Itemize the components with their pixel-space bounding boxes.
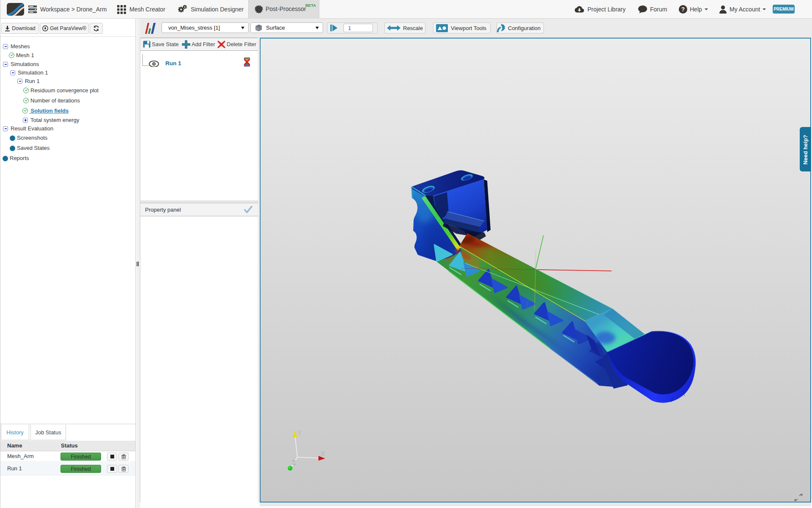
svg-text:Z: Z xyxy=(292,459,296,466)
svg-text:Y: Y xyxy=(298,430,302,436)
svg-text:?: ? xyxy=(681,6,685,13)
svg-text:X: X xyxy=(321,450,325,457)
